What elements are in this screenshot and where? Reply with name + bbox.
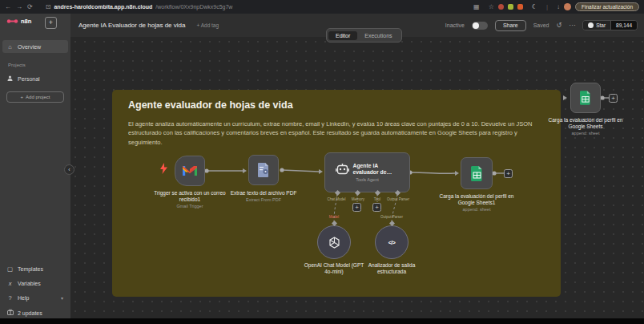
trigger-bolt-icon [160, 163, 167, 174]
extension-icon-moon[interactable]: ☾ [532, 3, 537, 10]
bookmark-star-icon[interactable]: ☆ [489, 3, 494, 10]
node-google-sheets-detached[interactable] [570, 83, 601, 113]
sidebar-item-label: Personal [18, 76, 40, 82]
gift-icon [6, 309, 14, 317]
sidebar-item-label: Help [18, 295, 29, 301]
add-project-button[interactable]: + Add project [6, 91, 64, 103]
add-memory-button[interactable]: + [352, 203, 361, 212]
screen: ← → ⟳ ⊡ andres-haroldcombita.app.n8n.clo… [0, 0, 644, 324]
share-button[interactable]: Share [495, 20, 526, 31]
address-bar[interactable]: ⊡ andres-haroldcombita.app.n8n.cloud/wor… [41, 3, 233, 10]
node-label-gmail-trigger: Trigger se activa con un correo recibido… [150, 190, 230, 209]
help-icon: ? [6, 294, 14, 302]
sidebar-collapse-button[interactable]: ‹ [64, 164, 74, 175]
node-label-google-sheets-detached: Carga la evaluación del perfil en Google… [547, 117, 624, 136]
download-icon[interactable]: ↓ [557, 3, 560, 10]
node-extract-pdf[interactable] [248, 155, 279, 185]
home-icon: ⌂ [6, 43, 14, 51]
sidebar-item-updates[interactable]: 2 updates [2, 306, 68, 319]
agent-node-subtitle: Tools Agent [356, 177, 378, 182]
inactive-label: Inactive [445, 22, 465, 28]
add-tool-button[interactable]: + [372, 203, 381, 212]
new-workflow-button[interactable]: + [45, 17, 57, 29]
sidebar: n8n + ⌂ Overview Projects Personal + Add… [0, 14, 70, 318]
robot-icon [336, 164, 349, 175]
variable-icon: x [6, 280, 14, 287]
extension-icon-red[interactable] [498, 4, 504, 10]
more-options-icon[interactable]: ⋯ [569, 22, 575, 29]
extension-icon-green[interactable] [508, 4, 513, 10]
add-next-node-button-detached[interactable]: + [609, 94, 618, 103]
agent-node-title: Agente IA evaluador de… [353, 163, 400, 176]
google-sheets-icon [580, 91, 591, 105]
node-label-extract-pdf: Extrae texto del archivo PDF Extract Fro… [223, 190, 304, 202]
forward-icon[interactable]: → [16, 3, 22, 10]
browser-chrome: ← → ⟳ ⊡ andres-haroldcombita.app.n8n.clo… [0, 0, 644, 14]
brand-name: n8n [21, 18, 31, 25]
browser-profile-avatar[interactable] [564, 3, 571, 10]
google-sheets-icon [471, 166, 483, 181]
active-toggle[interactable] [472, 22, 488, 30]
plus-icon: + [21, 95, 24, 99]
node-label-google-sheets-1: Carga la evaluación del perfil en Google… [437, 193, 517, 212]
code-icon: </> [388, 240, 396, 245]
chevron-down-icon: ▾ [61, 295, 63, 301]
port-label-output-parser: Output Parser [387, 197, 409, 201]
undo-icon[interactable]: ↺ [556, 22, 561, 29]
node-ai-agent[interactable]: Agente IA evaluador de… Tools Agent [324, 152, 410, 192]
bottom-bar [0, 318, 644, 324]
model-port-label: Model [329, 215, 339, 219]
port-label-tool: Tool [374, 197, 380, 201]
sidebar-item-personal[interactable]: Personal [2, 72, 68, 85]
sidebar-item-templates[interactable]: ▢ Templates [2, 262, 68, 275]
pdf-file-icon [257, 163, 270, 177]
extension-icon-orange[interactable] [517, 4, 523, 10]
node-label-output-parser: Analizador de salida estructurada [360, 262, 424, 275]
sidebar-item-overview[interactable]: ⌂ Overview [2, 40, 68, 53]
node-openai-chat-model[interactable] [317, 225, 351, 259]
tab-editor[interactable]: Editor [328, 31, 357, 40]
person-icon [6, 75, 14, 83]
sidebar-item-help[interactable]: ? Help ▾ [2, 291, 68, 304]
node-google-sheets-1[interactable] [461, 157, 493, 189]
port-label-chat-model: Chat Model [327, 197, 345, 201]
toggle-knob [473, 22, 479, 29]
projects-section-label: Projects [8, 63, 26, 67]
browser-toolbar-icons: ▦ ☆ ☾ | ↓ Finalizar actualización [469, 2, 644, 11]
star-count: 89,144 [610, 21, 637, 30]
sidebar-item-label: Variables [18, 281, 41, 286]
gmail-icon [183, 165, 197, 176]
workflow-title[interactable]: Agente IA Evaluador de hojas de vida [78, 22, 185, 29]
box-icon: ▢ [6, 265, 14, 273]
sticky-note-title: Agente evaluador de hojas de vida [128, 99, 293, 111]
openai-icon [328, 237, 340, 249]
n8n-logo[interactable]: n8n [6, 18, 31, 25]
sidebar-item-label: 2 updates [18, 310, 42, 316]
tab-executions[interactable]: Executions [357, 31, 399, 40]
divider: | [546, 3, 548, 10]
node-label-openai: OpenAI Chat Model (GPT 4o-mini) [300, 262, 368, 275]
github-star-widget[interactable]: Star 89,144 [582, 20, 638, 30]
n8n-logo-icon [6, 18, 18, 25]
node-gmail-trigger[interactable] [175, 156, 205, 186]
reload-icon[interactable]: ⟳ [27, 3, 33, 10]
add-next-node-button[interactable]: + [504, 169, 513, 178]
sidebar-item-label: Overview [18, 44, 41, 50]
site-settings-icon[interactable]: ⊡ [46, 3, 51, 10]
node-output-parser[interactable]: </> [375, 225, 409, 259]
sticky-note-body: El agente analiza automáticamente un cur… [128, 119, 545, 147]
output-parser-port-label: Output Parser [380, 215, 403, 219]
view-tabs: Editor Executions [326, 28, 402, 43]
port-label-memory: Memory [352, 197, 364, 201]
sidebar-item-label: Templates [18, 266, 43, 272]
chrome-update-button[interactable]: Finalizar actualización [575, 2, 639, 11]
star-label: Star [596, 22, 606, 28]
url-domain: andres-haroldcombita.app.n8n.cloud [54, 4, 152, 10]
saved-status: Saved [533, 22, 549, 28]
tab-groups-icon[interactable]: ▦ [473, 3, 480, 10]
back-icon[interactable]: ← [5, 3, 11, 10]
sidebar-item-variables[interactable]: x Variables [2, 277, 68, 290]
github-icon [588, 22, 594, 28]
add-tag-button[interactable]: + Add tag [196, 22, 219, 28]
url-path: /workflow/0Xx9npDwkx9c5g7w [155, 4, 232, 10]
